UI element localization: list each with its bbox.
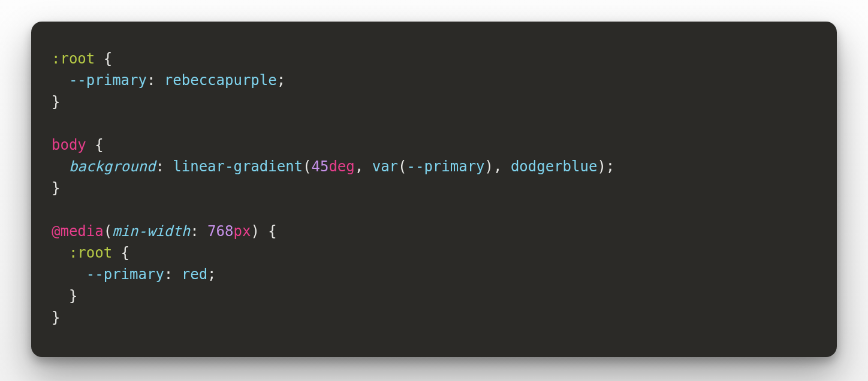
code-block-card: :root { --primary: rebeccapurple; } body…: [31, 22, 837, 357]
css-code: :root { --primary: rebeccapurple; } body…: [52, 48, 816, 328]
